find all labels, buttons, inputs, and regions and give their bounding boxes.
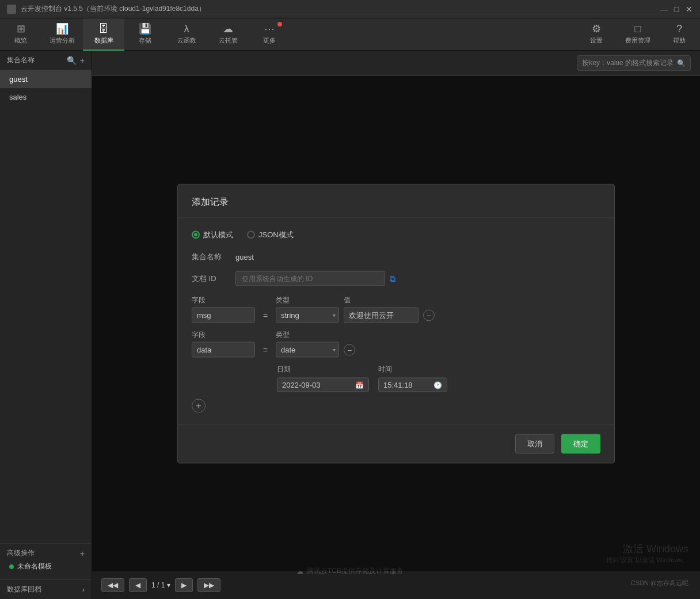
type-select-wrapper-2: string number boolean object array null …: [276, 342, 339, 358]
date-input-wrapper[interactable]: 2022-09-03 📅: [277, 378, 369, 392]
nav-label-analytics: 运营分析: [50, 36, 75, 45]
remove-field-button-2[interactable]: −: [344, 344, 355, 355]
nav-item-storage[interactable]: 💾 存储: [124, 18, 166, 51]
search-icon[interactable]: 🔍: [67, 56, 77, 65]
value-input-1[interactable]: [344, 308, 419, 323]
cloudhosting-icon: ☁: [223, 24, 233, 34]
next-page-button[interactable]: ▶: [175, 578, 193, 592]
cloudfunction-icon: λ: [184, 24, 189, 34]
mode-row: 默认模式 JSON模式: [192, 230, 600, 240]
sidebar-item-sales[interactable]: sales: [0, 88, 92, 106]
template-dot: [9, 564, 14, 569]
sidebar-advanced-header: 高级操作 +: [7, 548, 85, 558]
modal-footer: 取消 确定: [178, 424, 614, 463]
type-select-2[interactable]: string number boolean object array null …: [276, 342, 339, 358]
add-collection-icon[interactable]: +: [80, 56, 85, 65]
first-page-button[interactable]: ◀◀: [101, 578, 124, 592]
add-record-modal: 添加记录 默认模式 JSON模式: [177, 184, 615, 464]
app-icon: [7, 5, 16, 14]
field-name-input-2[interactable]: [192, 342, 255, 358]
search-box: 按key：value 的格式搜索记录 🔍: [577, 55, 691, 71]
eq-sign-1: =: [260, 310, 271, 320]
cancel-button[interactable]: 取消: [515, 434, 554, 454]
sidebar-header: 集合名称 🔍 +: [0, 51, 92, 70]
field-row-1: = string number boolean object array nul…: [192, 308, 600, 323]
nav-label-billing: 费用管理: [625, 36, 650, 45]
close-button[interactable]: ✕: [685, 5, 693, 13]
sidebar-bottom-chevron-icon: ›: [82, 586, 85, 594]
time-input-wrapper[interactable]: 15:41:18 🕐: [378, 378, 447, 392]
mode-default-option[interactable]: 默认模式: [192, 230, 233, 240]
sidebar-advanced-label: 高级操作: [7, 548, 35, 558]
nav-label-cloudfunction: 云函数: [177, 36, 196, 45]
time-value: 15:41:18: [383, 381, 430, 389]
type-select-1[interactable]: string number boolean object array null …: [276, 308, 339, 323]
storage-icon: 💾: [139, 24, 151, 34]
sidebar-header-title: 集合名称: [7, 55, 35, 65]
modal-header: 添加记录: [178, 185, 614, 218]
minimize-button[interactable]: —: [660, 5, 668, 13]
nav-items-right: ⚙ 设置 □ 费用管理 ? 帮助: [576, 18, 700, 51]
data-area: 添加记录 默认模式 JSON模式: [92, 76, 700, 571]
nav-item-cloudfunction[interactable]: λ 云函数: [166, 18, 207, 51]
mode-json-radio[interactable]: [247, 231, 255, 239]
nav-item-settings[interactable]: ⚙ 设置: [576, 18, 617, 51]
prev-page-button[interactable]: ◀: [129, 578, 147, 592]
content-area: 按key：value 的格式搜索记录 🔍 添加记录 默认模式: [92, 51, 700, 599]
document-id-link-icon[interactable]: ⧉: [390, 274, 395, 283]
database-icon: 🗄: [98, 24, 109, 34]
document-id-label: 文档 ID: [192, 274, 226, 284]
nav-item-database[interactable]: 🗄 数据库: [83, 18, 124, 51]
date-value: 2022-09-03: [282, 381, 352, 389]
sidebar-advanced-section: 高级操作 + 未命名模板: [0, 543, 92, 579]
nav-item-more[interactable]: ⋯ 更多: [249, 18, 290, 51]
field-header-field-2: 字段: [192, 330, 255, 340]
nav-items-left: ⊞ 概览 📊 运营分析 🗄 数据库 💾 存储 λ 云函数 ☁ 云托管 ⋯ 更多: [0, 18, 576, 51]
sidebar-bottom-label: 数据库回档: [7, 585, 41, 594]
mode-default-label: 默认模式: [203, 230, 233, 240]
sidebar-template-item[interactable]: 未命名模板: [7, 558, 85, 575]
add-field-button[interactable]: +: [192, 399, 206, 413]
eq-sign-2: =: [260, 345, 271, 354]
fields-section: 字段 类型 值 = string number: [192, 295, 600, 392]
field-header-type-2: 类型: [276, 330, 339, 340]
page-dropdown-icon[interactable]: ▾: [167, 581, 170, 589]
document-id-input[interactable]: [235, 271, 385, 286]
confirm-button[interactable]: 确定: [561, 434, 600, 454]
nav-item-help[interactable]: ? 帮助: [659, 18, 700, 51]
field-header-type-1: 类型: [276, 295, 339, 305]
search-submit-icon[interactable]: 🔍: [677, 59, 686, 67]
sidebar: 集合名称 🔍 + guest sales 高级操作 + 未命名模板 数据库回档: [0, 51, 92, 599]
datetime-headers: 日期 时间: [277, 365, 600, 374]
field-headers-2: 字段 类型: [192, 330, 600, 340]
app-title: 云开发控制台 v1.5.5（当前环境 cloud1-1gvlad91fe8c1d…: [21, 4, 206, 14]
nav-label-more: 更多: [263, 36, 276, 45]
mode-json-label: JSON模式: [258, 230, 294, 240]
field-name-input-1[interactable]: [192, 308, 255, 323]
window-controls: — □ ✕: [660, 5, 693, 13]
time-header: 时间: [378, 365, 392, 374]
field-header-value-1: 值: [344, 295, 351, 305]
sidebar-header-icons: 🔍 +: [67, 56, 85, 65]
sidebar-item-guest[interactable]: guest: [0, 70, 92, 88]
title-bar: 云开发控制台 v1.5.5（当前环境 cloud1-1gvlad91fe8c1d…: [0, 0, 700, 18]
nav-item-cloudhosting[interactable]: ☁ 云托管: [207, 18, 249, 51]
nav-item-billing[interactable]: □ 费用管理: [617, 18, 659, 51]
title-bar-left: 云开发控制台 v1.5.5（当前环境 cloud1-1gvlad91fe8c1d…: [7, 4, 206, 14]
mode-default-radio[interactable]: [192, 231, 200, 239]
search-placeholder-text: 按key：value 的格式搜索记录: [582, 58, 674, 68]
nav-label-database: 数据库: [94, 36, 113, 45]
nav-item-overview[interactable]: ⊞ 概览: [0, 18, 41, 51]
mode-json-option[interactable]: JSON模式: [247, 230, 294, 240]
clock-icon: 🕐: [433, 381, 442, 389]
remove-field-button-1[interactable]: −: [423, 309, 435, 321]
nav-label-overview: 概览: [14, 36, 27, 45]
more-icon: ⋯: [264, 24, 275, 34]
nav-label-storage: 存储: [139, 36, 151, 45]
type-select-wrapper-1: string number boolean object array null …: [276, 308, 339, 323]
nav-item-analytics[interactable]: 📊 运营分析: [41, 18, 83, 51]
add-advanced-icon[interactable]: +: [80, 549, 85, 558]
sidebar-bottom[interactable]: 数据库回档 ›: [0, 579, 92, 599]
maximize-button[interactable]: □: [672, 5, 680, 13]
last-page-button[interactable]: ▶▶: [197, 578, 220, 592]
